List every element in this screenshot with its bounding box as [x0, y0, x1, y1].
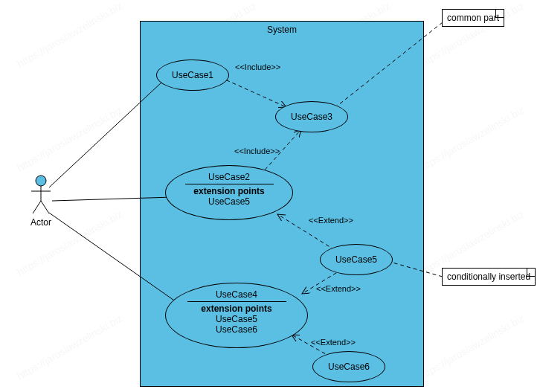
- usecase-label: UseCase3: [291, 112, 332, 122]
- svg-line-4: [41, 201, 49, 213]
- usecase-label: UseCase1: [172, 70, 213, 80]
- note-text: common part: [447, 13, 499, 23]
- extension-point: UseCase6: [216, 324, 257, 335]
- actor-icon: [30, 175, 52, 216]
- watermark-text: https://jaroslawzelinski.biz: [15, 0, 124, 70]
- extension-point: UseCase5: [208, 196, 250, 207]
- extension-point: UseCase5: [216, 314, 257, 324]
- usecase-uc3: UseCase3: [275, 101, 348, 132]
- stereo-extend: <<Extend>>: [309, 216, 353, 225]
- watermark-text: https://jaroslawzelinski.biz: [15, 103, 124, 173]
- stereo-include: <<Include>>: [235, 62, 280, 71]
- actor: Actor: [22, 175, 60, 228]
- extension-points-heading: extension points: [193, 186, 264, 196]
- usecase-uc1: UseCase1: [156, 60, 229, 91]
- usecase-uc2: UseCase2 extension points UseCase5: [165, 165, 293, 220]
- note-conditionally-inserted: conditionally inserted: [442, 268, 536, 286]
- usecase-label: UseCase2: [185, 172, 274, 184]
- svg-line-3: [33, 201, 41, 213]
- stereo-extend: <<Extend>>: [311, 338, 356, 347]
- extension-points-heading: extension points: [201, 303, 271, 314]
- diagram-canvas: https://jaroslawzelinski.biz https://jar…: [0, 0, 540, 392]
- usecase-uc5: UseCase5: [320, 244, 393, 275]
- usecase-label: UseCase6: [328, 362, 370, 372]
- usecase-label: UseCase4: [187, 289, 286, 302]
- usecase-uc6: UseCase6: [312, 351, 385, 382]
- note-fold-icon: [495, 10, 504, 18]
- stereo-include: <<Include>>: [234, 147, 280, 155]
- note-common-part: common part: [442, 9, 504, 27]
- note-fold-icon: [527, 269, 535, 277]
- note-text: conditionally inserted: [447, 271, 530, 282]
- stereo-extend: <<Extend>>: [316, 284, 361, 293]
- watermark-text: https://jaroslawzelinski.biz: [15, 312, 124, 382]
- svg-point-0: [36, 176, 46, 186]
- system-title: System: [141, 25, 423, 35]
- usecase-label: UseCase5: [335, 254, 377, 265]
- usecase-uc4: UseCase4 extension points UseCase5 UseCa…: [165, 283, 308, 348]
- watermark-text: https://jaroslawzelinski.biz: [417, 312, 526, 382]
- actor-label: Actor: [22, 217, 60, 228]
- watermark-text: https://jaroslawzelinski.biz: [417, 103, 526, 173]
